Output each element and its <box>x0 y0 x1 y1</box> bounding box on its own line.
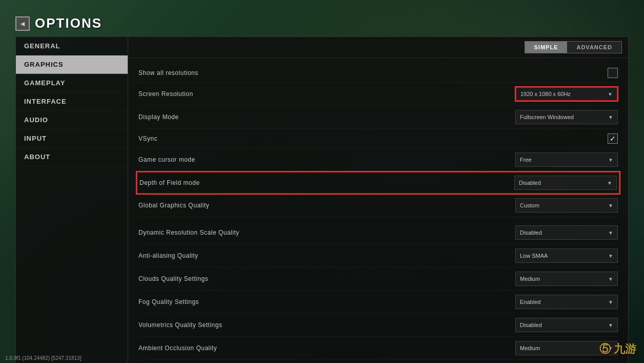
tab-simple[interactable]: SIMPLE <box>525 42 568 53</box>
chevron-down-icon: ▼ <box>608 203 613 208</box>
label-anti-aliasing: Anti-aliasing Quality <box>138 252 515 259</box>
sidebar-item-audio[interactable]: AUDIO <box>16 111 128 129</box>
dropdown-value-game-cursor-mode: Free <box>520 157 532 163</box>
sidebar-item-gameplay[interactable]: GAMEPLAY <box>16 74 128 92</box>
chevron-down-icon: ▼ <box>608 230 613 236</box>
setting-game-cursor-mode: Game cursor mode Free ▼ <box>138 148 618 171</box>
settings-panel: Show all resolutions Screen Resolution 1… <box>128 58 628 363</box>
chevron-down-icon: ▼ <box>608 253 613 259</box>
chevron-down-icon: ▼ <box>608 91 613 97</box>
dropdown-clouds-quality[interactable]: Medium ▼ <box>515 272 618 286</box>
back-icon: ◄ <box>19 20 26 28</box>
label-screen-resolution: Screen Resolution <box>138 90 515 98</box>
control-clouds-quality: Medium ▼ <box>515 272 618 286</box>
checkbox-vsync[interactable] <box>608 133 618 144</box>
dropdown-dynamic-resolution[interactable]: Disabled ▼ <box>515 225 618 240</box>
chevron-down-icon: ▼ <box>608 157 613 163</box>
version-text: 1.0.9f1 (104.24482) [5247.31813] <box>5 355 81 361</box>
setting-display-mode: Display Mode Fullscreen Windowed ▼ <box>138 106 618 129</box>
dropdown-value-ambient-occlusion: Medium <box>520 345 540 351</box>
content-area: GENERAL GRAPHICS GAMEPLAY INTERFACE AUDI… <box>15 36 629 363</box>
dropdown-value-clouds-quality: Medium <box>520 276 540 282</box>
control-global-graphics-quality: Custom ▼ <box>515 198 618 213</box>
dropdown-anti-aliasing[interactable]: Low SMAA ▼ <box>515 249 618 263</box>
control-volumetrics-quality: Disabled ▼ <box>515 318 618 332</box>
dropdown-fog-quality[interactable]: Enabled ▼ <box>515 295 618 309</box>
setting-dynamic-resolution: Dynamic Resolution Scale Quality Disable… <box>138 221 618 244</box>
label-dynamic-resolution: Dynamic Resolution Scale Quality <box>138 229 515 236</box>
dropdown-value-display-mode: Fullscreen Windowed <box>520 114 574 120</box>
chevron-down-icon: ▼ <box>608 276 613 282</box>
setting-clouds-quality: Clouds Quality Settings Medium ▼ <box>138 268 618 291</box>
control-show-all-res <box>608 68 618 78</box>
label-show-all-res: Show all resolutions <box>138 69 608 77</box>
tab-advanced[interactable]: ADVANCED <box>567 42 621 53</box>
control-anti-aliasing: Low SMAA ▼ <box>515 249 618 263</box>
page-title: OPTIONS <box>35 15 102 31</box>
dropdown-global-graphics-quality[interactable]: Custom ▼ <box>515 198 618 213</box>
sidebar-item-input[interactable]: INPUT <box>16 129 128 148</box>
dropdown-screen-resolution[interactable]: 1920 x 1080 x 60Hz ▼ <box>515 87 618 101</box>
sidebar-item-graphics[interactable]: GRAPHICS <box>16 55 128 74</box>
sidebar: GENERAL GRAPHICS GAMEPLAY INTERFACE AUDI… <box>15 36 128 363</box>
setting-fog-quality: Fog Quality Settings Enabled ▼ <box>138 291 618 314</box>
label-volumetrics-quality: Volumetrics Quality Settings <box>138 321 515 329</box>
setting-anti-aliasing: Anti-aliasing Quality Low SMAA ▼ <box>138 244 618 268</box>
label-ambient-occlusion: Ambient Occlusion Quality <box>138 345 515 352</box>
checkbox-show-all-res[interactable] <box>608 68 618 78</box>
control-vsync <box>608 133 618 144</box>
main-panel: SIMPLE ADVANCED Show all resolutions Scr… <box>128 36 629 363</box>
dropdown-value-volumetrics-quality: Disabled <box>520 322 542 328</box>
control-screen-resolution: 1920 x 1080 x 60Hz ▼ <box>515 87 618 101</box>
sidebar-item-interface[interactable]: INTERFACE <box>16 92 128 111</box>
label-fog-quality: Fog Quality Settings <box>138 298 515 305</box>
dropdown-display-mode[interactable]: Fullscreen Windowed ▼ <box>515 110 618 124</box>
window: ◄ OPTIONS GENERAL GRAPHICS GAMEPLAY INTE… <box>15 15 629 348</box>
dropdown-value-fog-quality: Enabled <box>520 299 540 305</box>
setting-depth-of-field: Depth of Field mode Disabled ▼ <box>136 171 620 194</box>
dropdown-value-depth-of-field: Disabled <box>519 180 541 186</box>
sidebar-item-general[interactable]: GENERAL <box>16 37 128 55</box>
label-depth-of-field: Depth of Field mode <box>139 179 514 186</box>
setting-show-all-res: Show all resolutions <box>138 63 618 83</box>
control-display-mode: Fullscreen Windowed ▼ <box>515 110 618 124</box>
tab-bar: SIMPLE ADVANCED <box>128 37 628 58</box>
setting-screen-resolution: Screen Resolution 1920 x 1080 x 60Hz ▼ <box>138 83 618 106</box>
setting-vsync: VSync <box>138 129 618 148</box>
footer-bar: 1.0.9f1 (104.24482) [5247.31813] <box>0 353 644 363</box>
control-dynamic-resolution: Disabled ▼ <box>515 225 618 240</box>
control-depth-of-field: Disabled ▼ <box>514 176 617 190</box>
sidebar-item-about[interactable]: ABOUT <box>16 148 128 166</box>
setting-volumetrics-quality: Volumetrics Quality Settings Disabled ▼ <box>138 314 618 337</box>
dropdown-value-anti-aliasing: Low SMAA <box>520 253 548 259</box>
dropdown-depth-of-field[interactable]: Disabled ▼ <box>514 176 617 190</box>
dropdown-value-global-graphics-quality: Custom <box>520 202 539 208</box>
chevron-down-icon: ▼ <box>608 299 613 305</box>
chevron-down-icon: ▼ <box>608 322 613 328</box>
tab-group: SIMPLE ADVANCED <box>525 41 622 53</box>
control-game-cursor-mode: Free ▼ <box>515 152 618 167</box>
dropdown-value-dynamic-resolution: Disabled <box>520 230 542 236</box>
label-game-cursor-mode: Game cursor mode <box>138 156 515 163</box>
label-clouds-quality: Clouds Quality Settings <box>138 275 515 282</box>
label-global-graphics-quality: Global Graphics Quality <box>138 202 515 209</box>
back-button[interactable]: ◄ <box>15 16 30 31</box>
dropdown-game-cursor-mode[interactable]: Free ▼ <box>515 152 618 167</box>
chevron-down-icon: ▼ <box>607 180 612 186</box>
title-bar: ◄ OPTIONS <box>15 15 629 31</box>
setting-global-graphics-quality: Global Graphics Quality Custom ▼ <box>138 194 618 217</box>
dropdown-value-screen-resolution: 1920 x 1080 x 60Hz <box>520 91 571 97</box>
dropdown-volumetrics-quality[interactable]: Disabled ▼ <box>515 318 618 332</box>
watermark: ⑤ 九游 <box>599 341 636 357</box>
label-vsync: VSync <box>138 135 608 142</box>
label-display-mode: Display Mode <box>138 113 515 121</box>
control-fog-quality: Enabled ▼ <box>515 295 618 309</box>
chevron-down-icon: ▼ <box>608 114 613 120</box>
